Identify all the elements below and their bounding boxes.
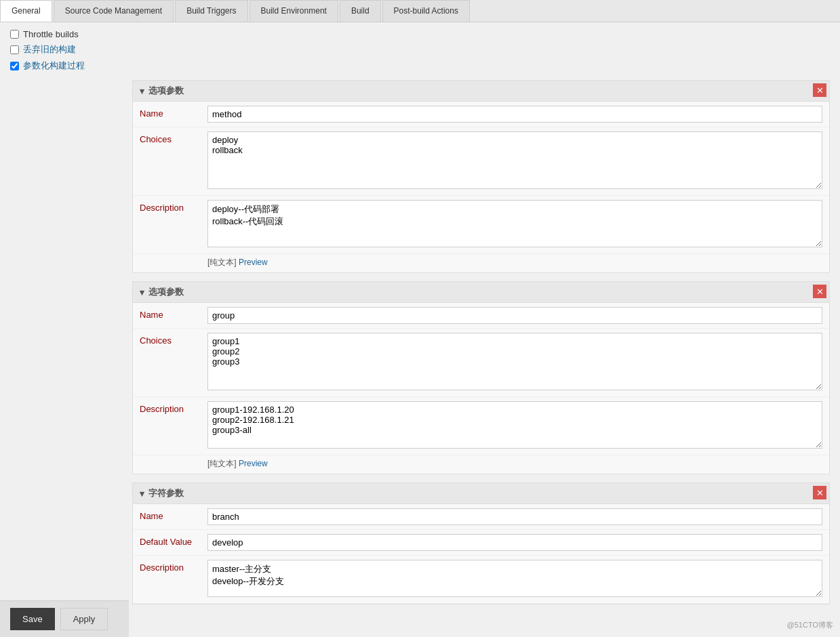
group-desc-textarea[interactable]: group1-192.168.1.20 group2-192.168.1.21 … bbox=[207, 401, 822, 449]
panel-branch-close[interactable]: ✕ bbox=[813, 486, 826, 499]
panel-method: 选项参数 ✕ Name Choices deploy rollback Desc… bbox=[132, 80, 830, 273]
method-plain-text: [纯文本] bbox=[207, 258, 237, 267]
tab-build-environment[interactable]: Build Environment bbox=[249, 0, 338, 22]
tab-general[interactable]: General bbox=[0, 0, 52, 22]
panel-group-header: 选项参数 bbox=[133, 282, 829, 303]
group-preview-row: [纯文本] Preview bbox=[133, 455, 829, 474]
tab-build-triggers[interactable]: Build Triggers bbox=[175, 0, 247, 22]
main-content: Throttle builds 丢弃旧的构建 参数化构建过程 选项参数 ✕ Na… bbox=[0, 22, 840, 637]
checkbox-throttle: Throttle builds bbox=[10, 29, 830, 39]
tab-post-build[interactable]: Post-build Actions bbox=[382, 0, 470, 22]
checkbox-discard-input[interactable] bbox=[10, 45, 19, 54]
branch-desc-row: Description master--主分支 develop--开发分支 bbox=[133, 556, 829, 604]
checkbox-discard: 丢弃旧的构建 bbox=[10, 43, 830, 56]
panel-group: 选项参数 ✕ Name Choices group1 group2 group3… bbox=[132, 281, 830, 474]
group-choices-row: Choices group1 group2 group3 bbox=[133, 329, 829, 397]
group-name-row: Name bbox=[133, 303, 829, 329]
checkbox-parameterize: 参数化构建过程 bbox=[10, 60, 830, 72]
method-name-label: Name bbox=[140, 106, 207, 119]
branch-desc-label: Description bbox=[140, 560, 207, 573]
tabs-bar: General Source Code Management Build Tri… bbox=[0, 0, 840, 22]
panel-method-close[interactable]: ✕ bbox=[813, 83, 826, 97]
group-desc-label: Description bbox=[140, 401, 207, 414]
method-choices-label: Choices bbox=[140, 131, 207, 144]
group-choices-control: group1 group2 group3 bbox=[207, 333, 822, 392]
branch-desc-control: master--主分支 develop--开发分支 bbox=[207, 560, 822, 599]
method-desc-row: Description deploy--代码部署 rollback--代码回滚 bbox=[133, 196, 829, 254]
method-preview-link[interactable]: Preview bbox=[239, 258, 268, 267]
method-desc-control: deploy--代码部署 rollback--代码回滚 bbox=[207, 200, 822, 249]
branch-name-control bbox=[207, 508, 822, 525]
checkbox-throttle-label: Throttle builds bbox=[23, 29, 79, 39]
branch-default-input[interactable] bbox=[207, 534, 822, 551]
checkbox-throttle-input[interactable] bbox=[10, 30, 19, 39]
branch-default-label: Default Value bbox=[140, 534, 207, 547]
method-name-control bbox=[207, 106, 822, 123]
branch-name-label: Name bbox=[140, 508, 207, 521]
checkbox-parameterize-link[interactable]: 参数化构建过程 bbox=[23, 60, 85, 72]
group-preview-link[interactable]: Preview bbox=[239, 459, 268, 468]
panel-branch: 字符参数 ✕ Name Default Value Description ma… bbox=[132, 482, 830, 604]
footer-buttons: Save Apply bbox=[0, 600, 129, 637]
branch-name-input[interactable] bbox=[207, 508, 822, 525]
group-name-label: Name bbox=[140, 307, 207, 320]
method-desc-textarea[interactable]: deploy--代码部署 rollback--代码回滚 bbox=[207, 200, 822, 247]
branch-default-control bbox=[207, 534, 822, 551]
method-choices-textarea[interactable]: deploy rollback bbox=[207, 131, 822, 189]
group-desc-row: Description group1-192.168.1.20 group2-1… bbox=[133, 397, 829, 455]
branch-name-row: Name bbox=[133, 504, 829, 530]
method-choices-row: Choices deploy rollback bbox=[133, 127, 829, 196]
group-desc-control: group1-192.168.1.20 group2-192.168.1.21 … bbox=[207, 401, 822, 451]
group-choices-label: Choices bbox=[140, 333, 207, 346]
branch-default-row: Default Value bbox=[133, 530, 829, 556]
panel-method-header: 选项参数 bbox=[133, 81, 829, 102]
group-name-input[interactable] bbox=[207, 307, 822, 324]
group-choices-textarea[interactable]: group1 group2 group3 bbox=[207, 333, 822, 390]
checkbox-discard-link[interactable]: 丢弃旧的构建 bbox=[23, 43, 76, 56]
branch-desc-textarea[interactable]: master--主分支 develop--开发分支 bbox=[207, 560, 822, 597]
method-preview-row: [纯文本] Preview bbox=[133, 254, 829, 272]
save-button[interactable]: Save bbox=[10, 608, 55, 630]
checkbox-parameterize-input[interactable] bbox=[10, 62, 19, 70]
apply-button[interactable]: Apply bbox=[60, 608, 108, 630]
method-desc-label: Description bbox=[140, 200, 207, 213]
method-choices-control: deploy rollback bbox=[207, 131, 822, 191]
watermark: @51CTO博客 bbox=[787, 620, 833, 630]
panel-branch-header: 字符参数 bbox=[133, 483, 829, 504]
group-plain-text: [纯文本] bbox=[207, 459, 237, 468]
group-name-control bbox=[207, 307, 822, 324]
method-name-input[interactable] bbox=[207, 106, 822, 123]
tab-build[interactable]: Build bbox=[340, 0, 381, 22]
panel-group-close[interactable]: ✕ bbox=[813, 285, 826, 298]
method-name-row: Name bbox=[133, 102, 829, 127]
tab-source-code[interactable]: Source Code Management bbox=[54, 0, 174, 22]
